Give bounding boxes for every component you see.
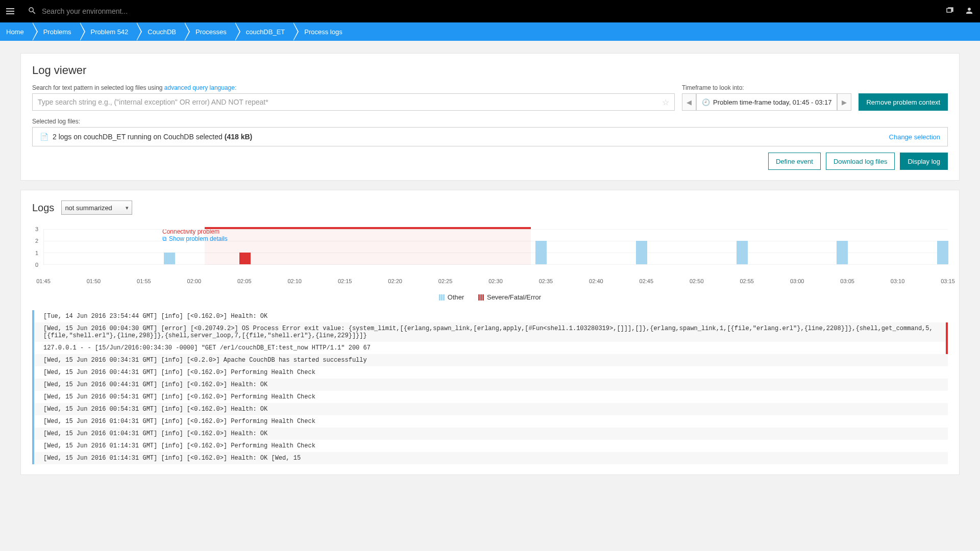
search-field-label: Search for text pattern in selected log …	[32, 84, 675, 91]
log-row[interactable]: [Wed, 15 Jun 2016 01:14:31 GMT] [info] […	[34, 440, 948, 452]
breadcrumb-item[interactable]: couchDB_ET	[235, 22, 293, 41]
breadcrumb-item[interactable]: Problems	[32, 22, 80, 41]
remove-problem-context-button[interactable]: Remove problem context	[859, 93, 948, 111]
global-search-input[interactable]	[42, 7, 945, 15]
logs-card: Logs not summarized Connectivity problem…	[20, 190, 960, 475]
favorite-star-icon[interactable]: ☆	[662, 97, 669, 107]
logs-chart: 0123 01:4501:5001:5502:0002:0502:1002:15…	[43, 229, 948, 276]
search-pattern-input-wrap: ☆	[32, 93, 675, 111]
breadcrumb-item[interactable]: Home	[0, 22, 32, 41]
log-row[interactable]: [Tue, 14 Jun 2016 23:54:44 GMT] [info] […	[34, 310, 948, 322]
chart-bar-other	[937, 241, 948, 264]
chart-bar-other	[535, 241, 547, 264]
log-error-marker	[946, 322, 948, 354]
breadcrumb-item[interactable]: Process logs	[293, 22, 350, 41]
hamburger-menu-icon[interactable]	[6, 5, 18, 17]
log-row[interactable]: [Wed, 15 Jun 2016 00:54:31 GMT] [info] […	[34, 403, 948, 415]
download-log-files-button[interactable]: Download log files	[826, 153, 895, 170]
log-row[interactable]: 127.0.0.1 - - [15/Jun/2016:00:34:30 -000…	[34, 342, 948, 354]
logs-heading: Logs	[32, 202, 54, 214]
windows-icon[interactable]	[945, 6, 954, 17]
summary-select[interactable]: not summarized	[61, 201, 132, 215]
log-row[interactable]: [Wed, 15 Jun 2016 01:14:31 GMT] [info] […	[34, 452, 948, 464]
timeframe-label: Timeframe to look into:	[682, 84, 851, 91]
breadcrumb-item[interactable]: CouchDB	[136, 22, 184, 41]
timeframe-display[interactable]: 🕘 Problem time-frame today, 01:45 - 03:1…	[696, 93, 837, 111]
log-row[interactable]: [Wed, 15 Jun 2016 01:04:31 GMT] [info] […	[34, 428, 948, 440]
log-viewer-card: Log viewer Search for text pattern in se…	[20, 53, 960, 181]
define-event-button[interactable]: Define event	[768, 153, 821, 170]
selected-log-files-label: Selected log files:	[32, 118, 948, 125]
chart-bar-other	[164, 253, 175, 264]
chart-bar-error	[239, 253, 251, 264]
legend-other-swatch-icon	[439, 294, 445, 300]
breadcrumb-item[interactable]: Problem 542	[80, 22, 137, 41]
clock-icon: 🕘	[702, 98, 710, 106]
legend-error: Severe/Fatal/Error	[478, 293, 541, 301]
query-language-link[interactable]: advanced query language:	[164, 84, 236, 91]
log-row[interactable]: [Wed, 15 Jun 2016 00:44:31 GMT] [info] […	[34, 379, 948, 391]
log-row[interactable]: [Wed, 15 Jun 2016 00:54:31 GMT] [info] […	[34, 391, 948, 403]
timeframe-next-button[interactable]: ▶	[837, 93, 851, 111]
log-row[interactable]: [Wed, 15 Jun 2016 00:44:31 GMT] [info] […	[34, 366, 948, 379]
change-selection-link[interactable]: Change selection	[889, 133, 940, 141]
selected-logs-size: (418 kB)	[225, 133, 252, 141]
chart-bar-other	[837, 241, 848, 264]
log-lines: [Tue, 14 Jun 2016 23:54:44 GMT] [info] […	[32, 310, 948, 464]
selected-logs-text: 2 logs on couchDB_ET running on CouchDB …	[53, 133, 225, 141]
chart-bar-other	[737, 241, 748, 264]
topbar	[0, 0, 980, 22]
legend-error-swatch-icon	[478, 294, 484, 300]
display-log-button[interactable]: Display log	[900, 153, 948, 170]
user-icon[interactable]	[965, 6, 974, 17]
log-row[interactable]: [Wed, 15 Jun 2016 01:04:31 GMT] [info] […	[34, 415, 948, 428]
breadcrumb-item[interactable]: Processes	[184, 22, 235, 41]
document-icon: 📄	[40, 133, 48, 141]
chart-bar-other	[636, 241, 647, 264]
selected-logs-box: 📄 2 logs on couchDB_ET running on CouchD…	[32, 127, 948, 146]
breadcrumb: HomeProblemsProblem 542CouchDBProcessesc…	[0, 22, 980, 41]
timeframe-prev-button[interactable]: ◀	[682, 93, 696, 111]
log-row[interactable]: [Wed, 15 Jun 2016 00:04:30 GMT] [error] …	[34, 322, 948, 342]
search-icon[interactable]	[28, 6, 37, 17]
search-pattern-input[interactable]	[38, 98, 662, 106]
log-row[interactable]: [Wed, 15 Jun 2016 00:34:31 GMT] [info] […	[34, 354, 948, 366]
legend-other: Other	[439, 293, 464, 301]
page-title: Log viewer	[32, 64, 948, 77]
